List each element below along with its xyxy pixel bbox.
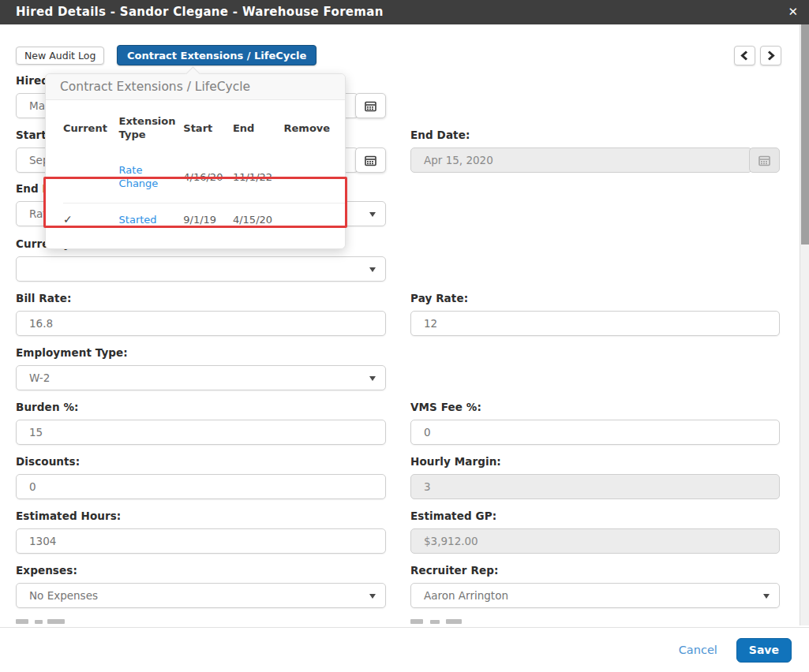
col-end: End [233,100,284,151]
estimated-gp-label: Estimated GP: [410,510,780,522]
employment-type-field: Employment Type: W-2 [16,346,386,390]
discounts-label: Discounts: [16,455,386,468]
chevron-left-icon [740,50,749,61]
extension-row-started: ✓ Started 9/1/19 4/15/20 [63,203,345,240]
discounts-field: Discounts: 0 [16,455,386,499]
expenses-select[interactable]: No Expenses [16,583,386,608]
chevron-down-icon [369,376,376,381]
recruiter-rep-field: Recruiter Rep: Aaron Arrington [410,564,780,608]
popover-body: Current Extension Type Start End Remove … [46,100,345,248]
new-audit-log-button[interactable]: New Audit Log [16,47,104,65]
modal-title: Hired Details - Sandor Clegane - Warehou… [16,0,384,24]
hourly-margin-label: Hourly Margin: [410,455,780,468]
recruiter-rep-value: Aaron Arrington [424,589,508,602]
current-cell [63,151,119,203]
contract-extensions-popover: Contract Extensions / LifeCycle Current … [45,73,346,249]
col-current: Current [63,100,119,151]
estimated-hours-input[interactable]: 1304 [16,528,386,554]
bill-rate-field: Bill Rate: 16.8 [16,292,386,336]
hourly-margin-input: 3 [410,474,780,499]
extension-row-rate-change: Rate Change 4/16/20 11/1/22 [63,151,345,203]
pay-rate-input[interactable]: 12 [410,311,780,336]
calendar-icon [365,155,376,166]
start-date-calendar-button[interactable] [355,147,386,173]
col-remove: Remove [284,100,345,151]
close-icon[interactable]: ✕ [788,0,798,24]
estimated-hours-label: Estimated Hours: [16,510,386,522]
end-cell: 4/15/20 [233,203,284,240]
clipped-label-fragment [410,619,423,624]
chevron-right-icon [766,50,775,61]
current-check-icon: ✓ [63,203,119,240]
scrollbar-track[interactable] [800,18,809,625]
expenses-field: Expenses: No Expenses [16,564,386,608]
expenses-label: Expenses: [16,564,386,577]
next-record-button[interactable] [760,46,781,65]
col-start: Start [183,100,233,151]
hired-date-calendar-button[interactable] [355,93,386,118]
calendar-icon [758,155,770,166]
hired-details-modal: Hired Details - Sandor Clegane - Warehou… [0,0,809,672]
estimated-hours-field: Estimated Hours: 1304 [16,510,386,554]
col-extension-type: Extension Type [119,100,184,151]
bill-rate-label: Bill Rate: [16,292,386,304]
expenses-value: No Expenses [29,589,98,602]
chevron-down-icon [763,594,770,599]
employment-type-select[interactable]: W-2 [16,365,386,390]
extension-type-link[interactable]: Started [119,214,157,226]
clipped-label-fragment [16,619,28,624]
burden-input[interactable]: 15 [16,420,386,445]
currency-select[interactable] [16,256,386,282]
calendar-icon [365,100,376,112]
vms-fee-label: VMS Fee %: [410,401,780,413]
employment-type-label: Employment Type: [16,346,386,359]
scrollbar-thumb[interactable] [801,20,809,245]
start-cell: 9/1/19 [183,203,233,240]
modal-header: Hired Details - Sandor Clegane - Warehou… [0,0,809,24]
end-date-calendar-button [749,147,780,173]
burden-label: Burden %: [16,401,386,413]
recruiter-rep-label: Recruiter Rep: [410,564,780,577]
employment-type-value: W-2 [29,371,50,384]
clipped-label-fragment [47,619,65,624]
extensions-table: Current Extension Type Start End Remove … [63,100,345,239]
modal-footer: Cancel Save [0,627,809,672]
end-date-input: Apr 15, 2020 [410,147,752,173]
end-date-field: End Date: Apr 15, 2020 [410,129,780,173]
clipped-label-fragment [446,619,462,624]
pay-rate-label: Pay Rate: [410,292,780,304]
bill-rate-input[interactable]: 16.8 [16,311,386,336]
estimated-gp-field: Estimated GP: $3,912.00 [410,510,780,554]
remove-cell [284,203,345,240]
prev-record-button[interactable] [734,46,755,65]
vms-fee-input[interactable]: 0 [410,420,780,445]
end-cell: 11/1/22 [233,151,284,203]
contract-extensions-button[interactable]: Contract Extensions / LifeCycle [117,45,316,65]
start-cell: 4/16/20 [183,151,233,203]
clipped-label-fragment [430,620,440,624]
cancel-button[interactable]: Cancel [679,644,717,656]
chevron-down-icon [369,212,376,217]
remove-cell [284,151,345,203]
discounts-input[interactable]: 0 [16,474,386,499]
extensions-table-header-row: Current Extension Type Start End Remove [63,100,345,151]
save-button[interactable]: Save [736,638,792,663]
chevron-down-icon [369,594,376,599]
vms-fee-field: VMS Fee %: 0 [410,401,780,445]
clipped-label-fragment [35,620,43,624]
estimated-gp-input: $3,912.00 [410,528,780,554]
extension-type-link[interactable]: Rate Change [119,164,159,189]
recruiter-rep-select[interactable]: Aaron Arrington [410,583,780,608]
chevron-down-icon [369,267,376,272]
hourly-margin-field: Hourly Margin: 3 [410,455,780,499]
burden-field: Burden %: 15 [16,401,386,445]
pay-rate-field: Pay Rate: 12 [410,292,780,336]
end-date-label: End Date: [410,129,780,141]
